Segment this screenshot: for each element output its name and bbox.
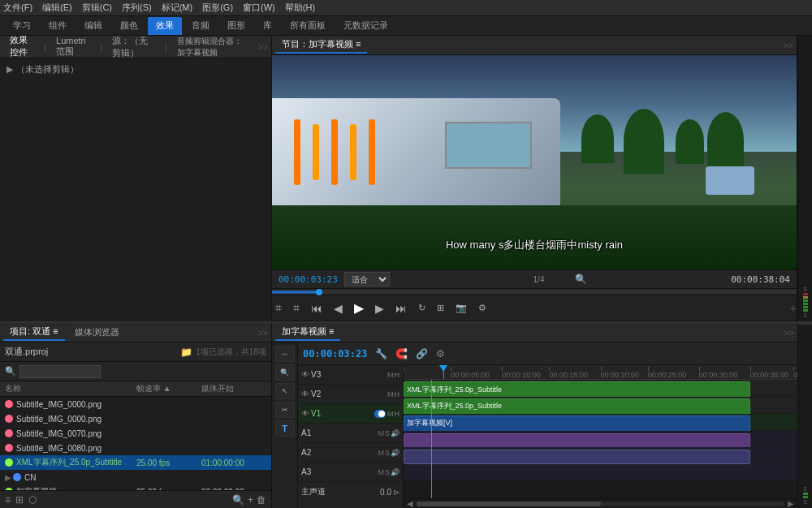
- selection-tool[interactable]: ↖: [275, 383, 295, 399]
- menu-sequence[interactable]: 序列(S): [122, 2, 152, 14]
- tab-graphics[interactable]: 图形: [219, 17, 253, 35]
- list-item[interactable]: 加字幕视频 25.00 fps 00:00:00:00: [0, 484, 271, 490]
- list-item[interactable]: Subtitle_IMG_0080.png: [0, 441, 271, 455]
- mark-in-btn[interactable]: ⌗: [272, 299, 285, 316]
- tab-assemble[interactable]: 组件: [41, 17, 75, 35]
- menu-clip[interactable]: 剪辑(C): [82, 2, 112, 14]
- a1-name: A1: [301, 428, 376, 437]
- scroll-thumb[interactable]: [417, 502, 601, 506]
- track-row-a3[interactable]: [404, 464, 797, 481]
- v2-eye-icon[interactable]: 👁: [301, 390, 309, 398]
- clip-v2-subtitle[interactable]: XML字幕序列_25.0p_Subtitle: [404, 398, 750, 415]
- list-view-icon[interactable]: ≡: [5, 494, 11, 506]
- delete-icon[interactable]: 🗑: [257, 494, 266, 506]
- timeline-menu-icon[interactable]: >>: [784, 328, 794, 338]
- tab-source-none[interactable]: 源：（无剪辑）: [106, 33, 162, 61]
- clip-v3-subtitle[interactable]: XML字幕序列_25.0p_Subtitle: [404, 381, 750, 398]
- clip-v1-video[interactable]: 加字幕视频[V]: [404, 415, 750, 432]
- playbar-handle[interactable]: [316, 289, 322, 295]
- fit-dropdown[interactable]: 适合 25% 50% 100%: [344, 272, 390, 286]
- search-icon[interactable]: 🔍: [5, 366, 16, 377]
- menu-graphics[interactable]: 图形(G): [202, 2, 233, 14]
- list-item[interactable]: Subtitle_IMG_0000.png: [0, 411, 271, 426]
- play-btn[interactable]: ▶: [351, 299, 367, 317]
- track-row-v1[interactable]: 加字幕视频[V]: [404, 414, 797, 431]
- project-search-input[interactable]: [19, 365, 101, 378]
- list-item-selected[interactable]: XML字幕序列_25.0p_Subtitle 25.00 fps 01:00:0…: [0, 455, 271, 470]
- tab-edit[interactable]: 编辑: [76, 17, 110, 35]
- program-timecode[interactable]: 00:00:03:23: [279, 274, 338, 285]
- tab-audio-mixer[interactable]: 音频剪辑混合器：加字幕视频: [171, 34, 256, 60]
- go-in-btn[interactable]: ⏮: [308, 300, 326, 316]
- v1-eye-icon[interactable]: 👁: [301, 409, 309, 418]
- tab-metadata[interactable]: 元数据记录: [335, 17, 396, 35]
- clip-a1-audio[interactable]: [404, 433, 750, 448]
- list-item[interactable]: Subtitle_IMG_0000.png: [0, 397, 271, 411]
- mark-out-btn[interactable]: ⌗: [290, 299, 303, 316]
- play-progress-bar[interactable]: [272, 289, 797, 295]
- zoom-in-btn[interactable]: 🔍: [275, 364, 295, 381]
- track-row-a2[interactable]: [404, 447, 797, 464]
- tab-audio[interactable]: 音频: [184, 17, 218, 35]
- tl-wrench-icon[interactable]: 🔧: [375, 348, 387, 359]
- clip-dropdown[interactable]: ▶ （未选择剪辑）: [3, 62, 268, 77]
- project-toolbar: 双通.prproj 📁 1项已选择，共18项: [0, 342, 271, 362]
- settings-btn[interactable]: ⚙: [475, 301, 490, 315]
- add-btn[interactable]: +: [790, 302, 797, 315]
- menu-help[interactable]: 帮助(H): [285, 2, 315, 14]
- tab-color[interactable]: 颜色: [112, 17, 146, 35]
- tl-link-icon[interactable]: 🔗: [416, 348, 428, 359]
- folder-icon[interactable]: 📁: [180, 347, 192, 358]
- menu-marker[interactable]: 标记(M): [162, 2, 193, 14]
- icon-view-icon[interactable]: ⊞: [15, 494, 24, 506]
- safe-margins-btn[interactable]: ⊞: [434, 301, 447, 315]
- razor-tool[interactable]: ✂: [275, 402, 295, 418]
- program-monitor: 节目：加字幕视频 ≡ >>: [272, 36, 797, 321]
- step-back-btn[interactable]: ◀: [330, 300, 346, 316]
- master-expand-icon[interactable]: ⊳: [393, 488, 400, 497]
- track-row-master[interactable]: [404, 481, 797, 498]
- meter-bottom-s2: S: [803, 499, 807, 505]
- menu-file[interactable]: 文件(F): [3, 2, 32, 14]
- tab-program-monitor[interactable]: 节目：加字幕视频 ≡: [275, 37, 367, 54]
- list-item[interactable]: Subtitle_IMG_0070.png: [0, 426, 271, 441]
- tab-effects-controls[interactable]: 效果控件: [3, 32, 41, 62]
- track-row-a1[interactable]: [404, 431, 797, 448]
- new-bin-icon[interactable]: 🔍: [232, 494, 244, 506]
- export-frame-btn[interactable]: 📷: [452, 301, 470, 315]
- tl-settings-icon[interactable]: ⚙: [436, 348, 445, 359]
- project-panel-menu[interactable]: >>: [257, 328, 268, 338]
- tab-lumetri-scope[interactable]: Lumetri 范围: [50, 34, 97, 59]
- track-label-v2: 👁 V2 M H: [298, 385, 403, 404]
- track-row-v2[interactable]: XML字幕序列_25.0p_Subtitle: [404, 397, 797, 414]
- menu-window[interactable]: 窗口(W): [243, 2, 275, 14]
- v3-eye-icon[interactable]: 👁: [301, 370, 309, 379]
- tab-libraries[interactable]: 库: [255, 17, 280, 35]
- new-item-icon[interactable]: +: [248, 494, 253, 506]
- tab-media-browser[interactable]: 媒体浏览器: [68, 325, 126, 340]
- tab-effects[interactable]: 效果: [148, 17, 182, 35]
- clip-a2-audio[interactable]: [404, 450, 750, 464]
- step-fwd-btn[interactable]: ▶: [372, 300, 387, 316]
- scroll-track[interactable]: [417, 502, 784, 506]
- ruler-tick-30: 00:00:30:00: [699, 371, 738, 379]
- tab-all-panels[interactable]: 所有面板: [282, 17, 334, 35]
- track-row-v3[interactable]: XML字幕序列_25.0p_Subtitle: [404, 380, 797, 397]
- menu-edit[interactable]: 编辑(E): [42, 2, 72, 14]
- timeline-timecode[interactable]: 00:00:03:23: [303, 348, 367, 359]
- scroll-right-arrow[interactable]: ▶: [788, 499, 794, 508]
- fit-to-sequence-btn[interactable]: ↔: [275, 346, 295, 362]
- zoom-tool-icon[interactable]: 🔍: [575, 273, 587, 285]
- tl-magnet-icon[interactable]: 🧲: [395, 348, 408, 359]
- panel-expand-icon[interactable]: >>: [783, 41, 793, 50]
- go-out-btn[interactable]: ⏭: [392, 300, 410, 316]
- loop-btn[interactable]: ↻: [415, 301, 429, 315]
- scroll-left-arrow[interactable]: ◀: [407, 499, 413, 508]
- panel-menu-icon[interactable]: >>: [257, 42, 268, 52]
- text-tool[interactable]: T: [275, 420, 295, 437]
- v1-toggle[interactable]: [374, 410, 386, 418]
- freeform-icon[interactable]: ⬡: [28, 494, 37, 506]
- list-item-folder[interactable]: ▶CN: [0, 470, 271, 484]
- tab-timeline[interactable]: 加字幕视频 ≡: [275, 324, 340, 341]
- tab-project[interactable]: 项目: 双通 ≡: [3, 324, 65, 341]
